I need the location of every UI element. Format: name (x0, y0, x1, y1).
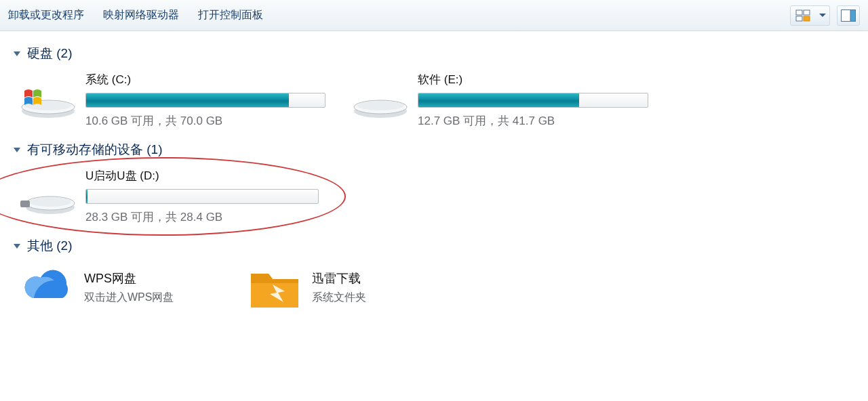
group-count: (2) (56, 238, 72, 253)
group-label: 有可移动存储的设备 (27, 141, 143, 159)
uninstall-link[interactable]: 卸载或更改程序 (8, 8, 84, 22)
disclosure-icon (14, 148, 20, 152)
chevron-down-icon (819, 14, 826, 18)
group-count: (1) (146, 142, 162, 157)
drive-title: U启动U盘 (D:) (85, 168, 319, 184)
view-mode-button[interactable] (790, 5, 816, 26)
other-item-sub: 系统文件夹 (312, 291, 366, 305)
other-item-wps[interactable]: WPS网盘 双击进入WPS网盘 (20, 264, 174, 310)
svg-rect-5 (850, 9, 856, 21)
view-tiles-icon (795, 9, 810, 22)
drive-size-text: 28.3 GB 可用，共 28.4 GB (85, 209, 319, 225)
preview-pane-button[interactable] (837, 5, 860, 26)
drive-title: 软件 (E:) (418, 72, 648, 87)
svg-rect-0 (796, 10, 802, 15)
drive-usage-bar (85, 189, 319, 204)
group-header-removable[interactable]: 有可移动存储的设备 (1) (9, 141, 861, 159)
drive-usb-icon (20, 182, 76, 215)
disclosure-icon (14, 51, 20, 56)
other-item-xunlei[interactable]: 迅雷下载 系统文件夹 (248, 264, 366, 310)
other-item-sub: 双击进入WPS网盘 (84, 291, 174, 305)
drive-usage-bar (85, 93, 326, 108)
group-count: (2) (56, 46, 72, 61)
svg-rect-3 (804, 16, 810, 21)
svg-point-11 (357, 101, 403, 110)
group-header-hdd[interactable]: 硬盘 (2) (9, 45, 861, 62)
svg-rect-2 (796, 16, 802, 21)
toolbar: 卸载或更改程序 映射网络驱动器 打开控制面板 (0, 0, 868, 31)
drive-title: 系统 (C:) (85, 72, 326, 87)
preview-pane-icon (841, 9, 856, 22)
xunlei-folder-icon (248, 264, 301, 310)
svg-rect-1 (804, 10, 810, 15)
control-panel-link[interactable]: 打开控制面板 (198, 8, 263, 22)
drive-usage-bar (418, 93, 648, 108)
other-item-title: WPS网盘 (84, 270, 174, 287)
other-item-title: 迅雷下载 (312, 270, 366, 287)
drive-c[interactable]: 系统 (C:) 10.6 GB 可用，共 70.0 GB (20, 72, 326, 129)
map-drive-link[interactable]: 映射网络驱动器 (103, 8, 179, 22)
group-label: 硬盘 (27, 45, 53, 62)
group-header-other[interactable]: 其他 (2) (9, 237, 861, 255)
drive-windows-icon (20, 85, 76, 119)
content-area: 硬盘 (2) 系统 (C:) 10.6 GB 可用，共 70.0 GB (0, 31, 868, 320)
drive-hdd-icon (353, 85, 408, 119)
svg-point-14 (29, 197, 71, 207)
drive-e[interactable]: 软件 (E:) 12.7 GB 可用，共 41.7 GB (353, 72, 648, 129)
drive-d[interactable]: U启动U盘 (D:) 28.3 GB 可用，共 28.4 GB (20, 168, 319, 225)
drive-size-text: 10.6 GB 可用，共 70.0 GB (85, 113, 326, 129)
group-label: 其他 (27, 237, 53, 255)
wps-cloud-icon (20, 264, 73, 310)
drive-size-text: 12.7 GB 可用，共 41.7 GB (418, 113, 648, 129)
view-mode-dropdown[interactable] (815, 5, 830, 26)
disclosure-icon (14, 244, 20, 249)
svg-rect-15 (20, 200, 30, 207)
